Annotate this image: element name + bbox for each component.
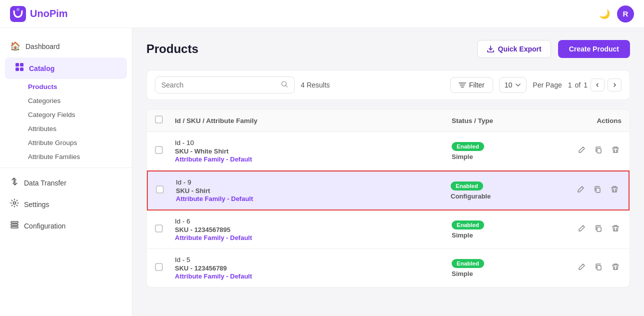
sidebar-item-products[interactable]: Products (23, 80, 132, 94)
delete-icon (611, 186, 619, 194)
status-badge: Enabled (452, 142, 484, 151)
dashboard-icon: 🏠 (10, 41, 20, 52)
sidebar-item-label: Catalog (29, 64, 54, 72)
edit-icon (578, 146, 586, 154)
catalog-submenu: Products Categories Category Fields Attr… (0, 80, 132, 164)
attribute-families-label: Attribute Families (28, 153, 80, 160)
category-fields-label: Category Fields (28, 111, 75, 118)
main-content: Products Quick Export Create Product 4 R… (132, 28, 644, 316)
page-header: Products Quick Export Create Product (146, 40, 630, 58)
chevron-left-icon (595, 82, 600, 88)
copy-icon (595, 146, 603, 154)
row-type: Configurable (451, 192, 561, 200)
create-product-button[interactable]: Create Product (558, 40, 630, 58)
svg-point-6 (13, 202, 16, 204)
attributes-label: Attributes (28, 125, 56, 132)
sidebar-item-attribute-groups[interactable]: Attribute Groups (23, 136, 132, 150)
status-badge: Enabled (451, 182, 483, 190)
edit-button[interactable] (576, 144, 588, 158)
table-row: Id - 6 SKU - 1234567895 Attribute Family… (147, 210, 630, 249)
table-header: Id / SKU / Attribute Family Status / Typ… (147, 110, 630, 132)
per-page-select[interactable]: 10 (499, 77, 527, 93)
delete-button[interactable] (610, 144, 622, 158)
search-box[interactable] (155, 76, 295, 94)
header-actions: Actions (562, 117, 622, 124)
row-checkbox[interactable] (155, 224, 163, 232)
status-badge: Enabled (452, 220, 484, 230)
topbar: UnoPim 🌙 R (0, 0, 644, 28)
row-type: Simple (452, 232, 562, 239)
edit-button[interactable] (576, 222, 588, 236)
row-family: Attribute Family - Default (175, 234, 452, 242)
sidebar-item-attributes[interactable]: Attributes (23, 122, 132, 136)
export-icon (487, 45, 495, 53)
row-id: Id - 5 (175, 256, 452, 264)
filter-button[interactable]: Filter (450, 77, 493, 93)
row-checkbox-col (156, 186, 176, 196)
filter-label: Filter (469, 81, 485, 89)
header-status-type: Status / Type (452, 117, 562, 124)
quick-export-label: Quick Export (498, 45, 542, 53)
sidebar-item-dashboard[interactable]: 🏠 Dashboard (0, 36, 132, 56)
theme-toggle-icon[interactable]: 🌙 (599, 8, 610, 20)
svg-rect-8 (11, 224, 18, 226)
copy-icon (595, 263, 603, 271)
row-checkbox[interactable] (155, 146, 163, 154)
delete-icon (612, 263, 620, 271)
sidebar-item-attribute-families[interactable]: Attribute Families (23, 150, 132, 164)
row-sku: SKU - 123456789 (175, 264, 452, 272)
table-row: Id - 9 SKU - Shirt Attribute Family - De… (147, 170, 630, 210)
configuration-icon (10, 220, 19, 232)
copy-button[interactable] (593, 144, 605, 158)
sidebar-item-categories[interactable]: Categories (23, 94, 132, 108)
copy-button[interactable] (592, 184, 604, 198)
categories-label: Categories (28, 97, 60, 104)
row-type: Simple (452, 270, 562, 278)
per-page-label: Per Page (533, 81, 562, 89)
chevron-down-icon (515, 82, 521, 88)
sidebar-item-label: Data Transfer (24, 179, 66, 187)
row-checkbox[interactable] (156, 186, 164, 194)
data-transfer-icon (10, 177, 19, 188)
user-avatar[interactable]: R (617, 6, 634, 22)
delete-icon (612, 224, 620, 232)
action-icons (561, 184, 621, 198)
select-all-checkbox[interactable] (155, 116, 163, 124)
row-product-info: Id - 9 SKU - Shirt Attribute Family - De… (176, 178, 451, 202)
svg-rect-14 (597, 266, 601, 270)
search-input[interactable] (161, 81, 277, 89)
copy-button[interactable] (593, 222, 605, 236)
row-checkbox[interactable] (155, 263, 163, 271)
svg-rect-4 (15, 68, 19, 71)
topbar-right: 🌙 R (599, 6, 634, 22)
edit-button[interactable] (575, 184, 587, 198)
edit-button[interactable] (576, 261, 588, 275)
quick-export-button[interactable]: Quick Export (477, 40, 551, 58)
page-of: of (575, 81, 581, 89)
svg-rect-11 (597, 148, 601, 153)
row-status-type: Enabled Simple (452, 259, 562, 278)
row-actions (562, 144, 622, 158)
row-family: Attribute Family - Default (175, 272, 452, 280)
sidebar-item-configuration[interactable]: Configuration (0, 215, 132, 236)
sidebar-item-settings[interactable]: Settings (0, 194, 132, 215)
row-status-type: Enabled Simple (452, 220, 562, 239)
page-total: 1 (584, 81, 588, 89)
sidebar-item-data-transfer[interactable]: Data Transfer (0, 172, 132, 194)
row-status-type: Enabled Configurable (451, 182, 561, 200)
logo-icon (10, 6, 26, 22)
header-checkbox-col (155, 116, 175, 126)
delete-button[interactable] (610, 261, 622, 275)
delete-button[interactable] (610, 222, 622, 236)
row-product-info: Id - 5 SKU - 123456789 Attribute Family … (175, 256, 452, 280)
prev-page-button[interactable] (591, 78, 605, 92)
copy-button[interactable] (593, 261, 605, 275)
copy-icon (595, 224, 603, 232)
delete-button[interactable] (609, 184, 621, 198)
next-page-button[interactable] (608, 78, 622, 92)
status-badge: Enabled (452, 259, 484, 268)
sidebar-item-category-fields[interactable]: Category Fields (23, 108, 132, 122)
edit-icon (578, 263, 586, 271)
sidebar-item-catalog[interactable]: Catalog (5, 58, 127, 79)
row-status-type: Enabled Simple (452, 142, 562, 160)
